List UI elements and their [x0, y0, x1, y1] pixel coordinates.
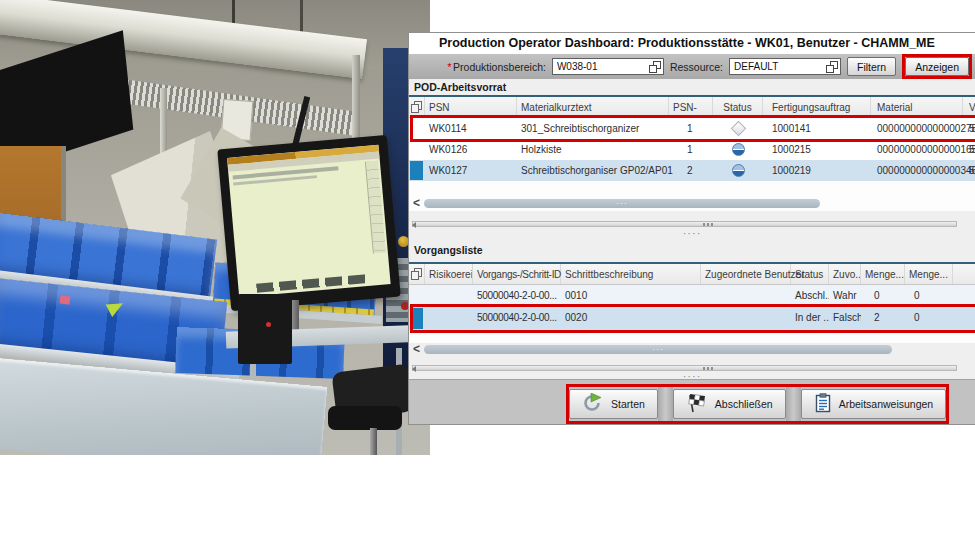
- row-marker-cell: [409, 118, 425, 139]
- header-select-cell: [409, 264, 425, 284]
- screenshot-stage: Production Operator Dashboard: Produktio…: [0, 0, 975, 550]
- cell-risiko: [425, 306, 473, 330]
- value-help-icon[interactable]: [826, 61, 838, 73]
- anzeigen-button[interactable]: Anzeigen: [905, 57, 969, 76]
- table-row-selected[interactable]: 50000040-2-0-00... 0020 In der ... Falsc…: [409, 306, 975, 330]
- column-header-psn[interactable]: PSN: [425, 97, 517, 117]
- value-help-icon[interactable]: [649, 61, 661, 73]
- cell-status: [713, 139, 763, 160]
- column-header-materialkurztext[interactable]: Materialkurztext: [517, 97, 669, 117]
- thin-scroll-grip[interactable]: [703, 223, 715, 226]
- ressource-field[interactable]: [729, 58, 841, 75]
- action-footer: Starten Abschließen: [409, 379, 975, 425]
- cell-materialkurztext: 301_Schreibtischorganizer: [517, 118, 669, 139]
- photo-chair-pole: [370, 428, 377, 455]
- selected-row-marker: [410, 308, 423, 329]
- cell-schritt: 0020: [561, 306, 701, 330]
- arbeitsanweisungen-button[interactable]: Arbeitsanweisungen: [801, 389, 947, 419]
- cell-extra: 5: [963, 118, 975, 139]
- column-header-vorgang-id[interactable]: Vorgangs-/Schritt-ID: [473, 264, 561, 284]
- cell-fertigungsauftrag: 1000215: [763, 139, 871, 160]
- pod-hscrollbar[interactable]: < ···: [409, 197, 975, 210]
- starten-button[interactable]: Starten: [569, 389, 658, 419]
- cell-status: [713, 160, 763, 181]
- work-instructions-clipboard-icon: [814, 393, 832, 415]
- cell-benutzer: [701, 306, 791, 330]
- column-header-schrittbeschreibung[interactable]: Schrittbeschreibung: [561, 264, 701, 284]
- cell-extra: 5: [963, 160, 975, 181]
- scrollbar-grip-dots: ···: [616, 200, 628, 207]
- scrollbar-grip-dots: ···: [652, 346, 664, 353]
- cell-vorgang-id: 50000040-2-0-00...: [473, 306, 561, 330]
- row-marker-cell: [409, 139, 425, 160]
- column-header-status[interactable]: Status: [713, 97, 763, 117]
- page-title: Production Operator Dashboard: Produktio…: [409, 33, 975, 54]
- row-marker-cell: [409, 285, 425, 306]
- photo-screen-grid: [365, 161, 386, 254]
- photo-device-led: [266, 322, 271, 327]
- cell-material: 000000000000000278: [871, 118, 963, 139]
- finish-flag-icon: [686, 393, 708, 415]
- production-operator-dashboard: Production Operator Dashboard: Produktio…: [408, 32, 975, 425]
- copy-sheet-icon[interactable]: [411, 268, 422, 280]
- vorgang-hscrollbar[interactable]: < ···: [409, 343, 975, 356]
- photo-black-device: [238, 294, 292, 364]
- header-select-cell: [409, 97, 425, 117]
- cell-material: 000000000000000346: [871, 160, 963, 181]
- cell-extra: 5: [963, 139, 975, 160]
- abschliessen-label: Abschließen: [715, 398, 773, 410]
- start-icon: [582, 393, 604, 415]
- splitter-handle[interactable]: ····: [409, 230, 975, 236]
- required-marker: *: [447, 61, 451, 73]
- produktionsbereich-input[interactable]: [557, 61, 649, 72]
- table-row-selected[interactable]: WK0127 Schreibtischorganiser GP02/AP01 2…: [409, 160, 975, 181]
- cell-zuvor: Wahr: [829, 285, 861, 306]
- table-row[interactable]: WK0126 Holzkiste 1 1000215 0000000000000…: [409, 139, 975, 160]
- cell-psn-pos: 1: [669, 139, 713, 160]
- selection-toolbar: *Produktionsbereich: Ressource: Filtern …: [409, 54, 975, 79]
- table-row[interactable]: 50000040-2-0-00... 0010 Abschl... Wahr 0…: [409, 285, 975, 306]
- column-header-zugeordnete-benutzer[interactable]: Zugeordnete Benutzer: [701, 264, 791, 284]
- sphere-status-icon: [732, 143, 745, 156]
- thin-scroll-left-icon[interactable]: [412, 366, 416, 372]
- filtern-button[interactable]: Filtern: [847, 57, 896, 76]
- scrollbar-thumb[interactable]: ···: [424, 345, 892, 354]
- table-row[interactable]: WK0114 301_Schreibtischorganizer 1 10001…: [409, 118, 975, 139]
- pod-section-label: POD-Arbeitsvorrat: [414, 81, 506, 93]
- thin-scroll-left-icon[interactable]: [412, 222, 416, 228]
- photo-pink-tag: [59, 295, 70, 304]
- column-header-risiko[interactable]: Risikoerei...: [425, 264, 473, 284]
- photo-screen-buttons: [256, 274, 370, 293]
- column-header-psn-pos[interactable]: PSN-: [669, 97, 713, 117]
- scrollbar-thumb[interactable]: ···: [424, 199, 820, 208]
- scroll-left-icon[interactable]: <: [413, 197, 420, 210]
- buttons-annotation-box: Starten Abschließen: [566, 384, 949, 424]
- produktionsbereich-field[interactable]: [552, 58, 664, 75]
- thin-scroll-grip[interactable]: [703, 367, 715, 370]
- column-header-fertigungsauftrag[interactable]: Fertigungsauftrag: [763, 97, 871, 117]
- vorgang-section-label: Vorgangsliste: [414, 244, 483, 256]
- cell-fertigungsauftrag: 1000219: [763, 160, 871, 181]
- cell-risiko: [425, 285, 473, 306]
- starten-label: Starten: [611, 398, 645, 410]
- cell-menge2: 0: [905, 306, 953, 330]
- column-header-extra[interactable]: V: [963, 97, 975, 117]
- cell-menge1: 2: [861, 306, 905, 330]
- column-header-zuvor[interactable]: Zuvo...: [829, 264, 861, 284]
- cell-psn: WK0127: [425, 160, 517, 181]
- arbeitsanweisungen-label: Arbeitsanweisungen: [839, 398, 934, 410]
- copy-sheet-icon[interactable]: [411, 101, 422, 113]
- column-header-menge2[interactable]: Menge...: [905, 264, 953, 284]
- scroll-left-icon[interactable]: <: [413, 343, 420, 356]
- workstation-photo: [0, 0, 430, 455]
- column-header-menge1[interactable]: Menge...: [861, 264, 905, 284]
- anzeigen-annotation-box: Anzeigen: [902, 54, 972, 79]
- cell-menge1: 0: [861, 285, 905, 306]
- ressource-input[interactable]: [734, 61, 826, 72]
- pod-table: PSN Materialkurztext PSN- Status Fertigu…: [409, 95, 975, 181]
- column-header-status[interactable]: Status: [791, 264, 829, 284]
- abschliessen-button[interactable]: Abschließen: [673, 389, 786, 419]
- cell-materialkurztext: Schreibtischorganiser GP02/AP01: [517, 160, 669, 181]
- column-header-material[interactable]: Material: [871, 97, 963, 117]
- cell-material: 000000000000000165: [871, 139, 963, 160]
